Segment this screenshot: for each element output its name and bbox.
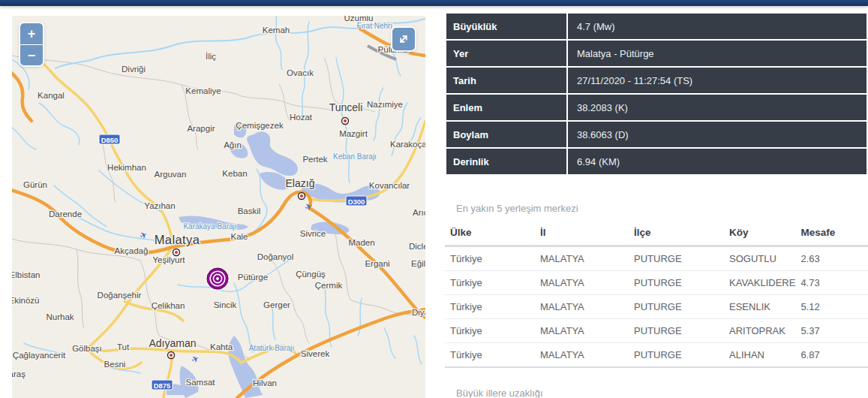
info-value: 6.94 (KM) — [568, 149, 866, 174]
info-value: 38.6063 (D) — [568, 122, 866, 147]
settlement-column-header: Mesafe — [795, 224, 868, 246]
map-label: Nazımiye — [367, 100, 403, 109]
info-row: YerMalatya - Pütürge — [446, 41, 866, 66]
map-label: Arıcak — [413, 208, 425, 217]
map-label: Çüngüş — [296, 270, 326, 279]
zoom-in-button[interactable]: + — [20, 23, 43, 44]
map-label: Kangal — [38, 91, 65, 100]
settlement-cell: ALIHAN — [724, 343, 795, 368]
settlement-cell: MALATYA — [535, 246, 629, 271]
city-marker — [299, 193, 305, 200]
settlement-cell: SOGUTLU — [724, 246, 795, 271]
map-label: Karakoçan — [390, 140, 425, 149]
map-canvas: ÜzümlüKemahFırat NehriPülümürİliçDivriği… — [12, 16, 425, 398]
settlement-cell: ESENLIK — [724, 295, 795, 319]
map-label: Tunceli — [329, 101, 363, 113]
map-label: Keban — [222, 169, 247, 178]
map[interactable]: ÜzümlüKemahFırat NehriPülümürİliçDivriği… — [12, 16, 425, 398]
map-label: Doğanşehir — [98, 291, 142, 300]
map-label: Karakaya Barajı — [183, 222, 236, 231]
map-label: Baskil — [238, 207, 261, 216]
settlement-cell: PUTURGE — [629, 295, 724, 319]
settlement-cell: MALATYA — [535, 295, 629, 319]
settlement-cell: KAVAKLIDERE — [724, 271, 795, 295]
map-zoom-control: + − — [20, 23, 43, 65]
info-label: Enlem — [446, 95, 566, 120]
map-label: Çemişgezek — [236, 121, 284, 130]
map-label: Elbistan — [12, 270, 40, 279]
settlement-cell: Türkiye — [445, 343, 535, 368]
info-row: Enlem38.2083 (K) — [446, 95, 866, 120]
expand-arrows-icon — [397, 32, 410, 46]
settlement-row: TürkiyeMALATYAPUTURGEALIHAN6.87 — [445, 343, 868, 368]
road-badge: D850 — [99, 134, 120, 144]
settlement-row: TürkiyeMALATYAPUTURGEESENLIK5.12 — [445, 295, 868, 319]
city-marker — [168, 352, 175, 359]
map-label: Akçadağ — [115, 246, 149, 255]
map-label: Çelikhan — [152, 301, 185, 310]
map-label: Eğil — [411, 259, 425, 268]
zoom-out-button[interactable]: − — [20, 44, 43, 65]
city-marker — [173, 249, 180, 256]
nearest-settlements-table: ÜlkeİlİlçeKöyMesafe TürkiyeMALATYAPUTURG… — [445, 224, 868, 368]
info-value: 38.2083 (K) — [568, 95, 866, 120]
settlement-cell: PUTURGE — [629, 271, 724, 295]
map-label: Çermik — [315, 281, 343, 290]
map-label: Besni — [104, 360, 126, 369]
airport-icon: ✈ — [190, 353, 201, 366]
info-label: Boylam — [446, 122, 566, 147]
map-label: Ovacık — [287, 68, 314, 77]
settlement-cell: 5.37 — [795, 319, 868, 343]
map-label: Gerger — [263, 300, 290, 309]
road-badge: D300 — [346, 196, 367, 206]
map-label: Kemaliye — [185, 86, 221, 95]
info-label: Tarih — [446, 68, 566, 93]
map-label: Maden — [348, 238, 374, 247]
info-row: Boylam38.6063 (D) — [446, 122, 866, 147]
map-label: Darende — [49, 210, 82, 219]
map-label: Mazgirt — [339, 129, 368, 138]
map-label: maraş — [12, 369, 26, 378]
settlement-cell: MALATYA — [535, 343, 629, 368]
map-label: Doğanyol — [257, 252, 294, 261]
map-label: Atatürk Barajı — [249, 344, 295, 352]
map-label: Ergani — [365, 259, 389, 268]
settlement-cell: Türkiye — [445, 319, 535, 343]
map-label: İliç — [206, 52, 216, 61]
map-label: Samsat — [186, 378, 216, 387]
settlement-cell: ARITOPRAK — [724, 319, 795, 343]
map-label: Kovancılar — [369, 181, 410, 190]
epicenter-marker[interactable] — [207, 268, 228, 289]
settlement-column-header: İl — [535, 224, 629, 246]
map-label: Adıyaman — [149, 337, 196, 349]
map-label: Fırat Nehri — [356, 22, 392, 30]
road-badge: D875 — [152, 380, 173, 390]
svg-text:D300: D300 — [348, 197, 365, 206]
info-value: 4.7 (Mw) — [568, 14, 866, 39]
settlement-cell: 2.63 — [795, 246, 868, 271]
map-label: Sincik — [214, 300, 237, 309]
map-label: Divriği — [122, 65, 146, 74]
settlement-cell: MALATYA — [535, 271, 629, 295]
map-label: Yeşilyurt — [152, 255, 185, 264]
settlement-row: TürkiyeMALATYAPUTURGESOGUTLU2.63 — [445, 246, 868, 271]
earthquake-info-table: Büyüklük4.7 (Mw)YerMalatya - PütürgeTari… — [445, 12, 868, 176]
settlement-cell: Türkiye — [445, 295, 535, 319]
map-label: Malatya — [155, 233, 200, 246]
fullscreen-button[interactable] — [392, 28, 415, 50]
map-label: Çağlayancerit — [13, 351, 66, 360]
settlement-cell: Türkiye — [445, 246, 535, 271]
map-label: Pertek — [302, 155, 327, 164]
settlement-cell: 6.87 — [795, 343, 868, 368]
info-row: Büyüklük4.7 (Mw) — [446, 14, 866, 39]
map-label: Kale — [230, 232, 248, 241]
settlement-cell: PUTURGE — [629, 319, 724, 343]
map-label: Hekimhan — [107, 163, 146, 172]
settlement-column-header: Ülke — [445, 224, 535, 246]
map-label: Diyarbakır — [412, 308, 425, 317]
map-label: Kahta — [210, 342, 233, 351]
settlement-column-header: İlçe — [629, 224, 724, 246]
settlement-cell: 5.12 — [795, 295, 868, 319]
map-label: Ağın — [224, 140, 242, 149]
city-marker — [342, 118, 349, 125]
